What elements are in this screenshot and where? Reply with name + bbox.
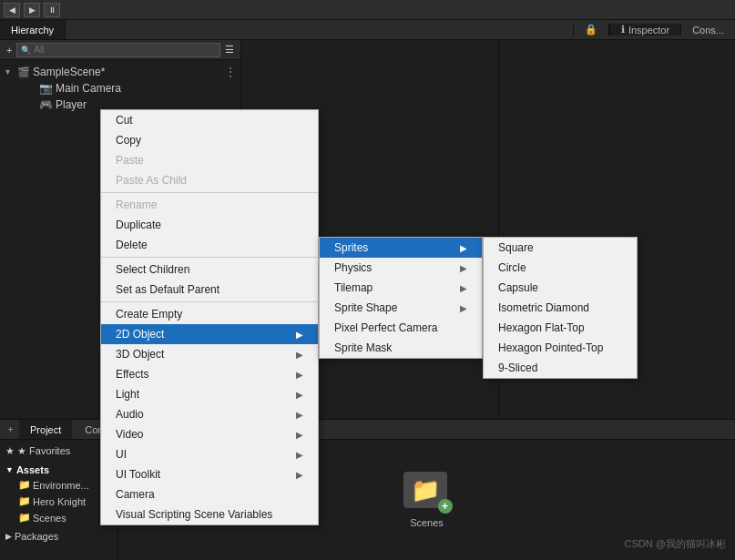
tilemap-arrow: ▶ <box>460 283 467 293</box>
menu-item-create-empty[interactable]: Create Empty <box>101 304 318 324</box>
physics-arrow: ▶ <box>460 263 467 273</box>
menu-item-video[interactable]: Video ▶ <box>101 424 318 444</box>
camera-label: Main Camera <box>56 82 121 95</box>
sidebar-assets-section: ▼ Assets 📁 Environme... 📁 Hero Knight 📁 … <box>2 463 116 525</box>
9sliced-label: 9-Sliced <box>498 361 537 374</box>
hero-knight-icon: 📁 <box>18 495 31 507</box>
tab-console[interactable]: Cons... <box>680 25 735 36</box>
menu-item-ui-toolkit[interactable]: UI Toolkit ▶ <box>101 464 318 484</box>
submenu-item-physics[interactable]: Physics ▶ <box>320 258 482 278</box>
player-label: Player <box>56 98 87 111</box>
back-button[interactable]: ◀ <box>4 3 20 17</box>
menu-item-2d-object[interactable]: 2D Object ▶ <box>101 324 318 344</box>
submenu-item-sprites[interactable]: Sprites ▶ <box>320 238 482 258</box>
menu-item-camera[interactable]: Camera <box>101 484 318 504</box>
submenu-item-tilemap[interactable]: Tilemap ▶ <box>320 278 482 298</box>
paste-label: Paste <box>116 154 144 167</box>
bottom-tab-project[interactable]: Project <box>19 420 72 439</box>
sprites-arrow: ▶ <box>460 243 467 253</box>
pause-button[interactable]: ⏸ <box>44 3 60 17</box>
sidebar-item-packages[interactable]: ▶ Packages <box>2 529 116 544</box>
menu-item-duplicate[interactable]: Duplicate <box>101 215 318 235</box>
video-arrow: ▶ <box>296 430 303 440</box>
menu-item-audio[interactable]: Audio ▶ <box>101 404 318 424</box>
separator-2 <box>101 257 318 258</box>
packages-label: Packages <box>15 531 58 542</box>
submenu-item-sprite-shape[interactable]: Sprite Shape ▶ <box>320 298 482 318</box>
menu-item-delete[interactable]: Delete <box>101 235 318 255</box>
ui-toolkit-label: UI Toolkit <box>116 468 160 481</box>
rename-label: Rename <box>116 199 157 211</box>
2d-object-arrow: ▶ <box>296 330 303 340</box>
info-icon: ℹ <box>621 24 625 36</box>
filter-button[interactable]: ☰ <box>222 44 237 56</box>
pixel-perfect-label: Pixel Perfect Camera <box>334 321 437 334</box>
duplicate-label: Duplicate <box>116 219 161 231</box>
effects-arrow: ▶ <box>296 370 303 380</box>
environments-icon: 📁 <box>18 479 31 491</box>
sprite-shape-arrow: ▶ <box>460 303 467 313</box>
create-empty-label: Create Empty <box>116 308 182 321</box>
delete-label: Delete <box>116 239 148 251</box>
play-button[interactable]: ▶ <box>24 3 40 17</box>
hero-knight-label: Hero Knight <box>33 496 86 507</box>
menu-item-ui[interactable]: UI ▶ <box>101 444 318 464</box>
scenes-icon: 📁 <box>18 512 31 524</box>
submenu3-item-hexagon-pointed[interactable]: Hexagon Pointed-Top <box>484 338 637 358</box>
scene-arrow: ▼ <box>4 67 15 76</box>
sprites-label: Sprites <box>334 241 368 254</box>
scene-kebab-button[interactable]: ⋮ <box>224 65 237 79</box>
submenu3-item-capsule[interactable]: Capsule <box>484 278 637 298</box>
tab-bar: Hierarchy 🔒 ℹ Inspector Cons... <box>0 20 735 40</box>
sprite-shape-label: Sprite Shape <box>334 301 397 314</box>
tab-lock[interactable]: 🔒 <box>573 24 609 36</box>
menu-item-rename: Rename <box>101 195 318 215</box>
bottom-add-btn[interactable]: + <box>4 423 17 436</box>
submenu3-item-square[interactable]: Square <box>484 238 637 258</box>
csdn-watermark: CSDN @我的猫叫冰彬 <box>625 537 726 551</box>
submenu3-item-isometric-diamond[interactable]: Isometric Diamond <box>484 298 637 318</box>
separator-3 <box>101 301 318 302</box>
favorites-label: ★ Favorites <box>17 445 70 457</box>
menu-item-cut[interactable]: Cut <box>101 110 318 130</box>
main-camera-item[interactable]: ▶ 📷 Main Camera <box>0 80 240 97</box>
scenes-folder-label: Scenes <box>410 517 444 528</box>
submenu-item-sprite-mask[interactable]: Sprite Mask <box>320 338 482 358</box>
menu-item-light[interactable]: Light ▶ <box>101 384 318 404</box>
search-bar[interactable]: 🔍 <box>16 43 220 57</box>
inspector-tab-label: Inspector <box>628 25 669 36</box>
menu-item-set-default-parent[interactable]: Set as Default Parent <box>101 280 318 300</box>
submenu-item-pixel-perfect[interactable]: Pixel Perfect Camera <box>320 318 482 338</box>
cut-label: Cut <box>116 114 133 127</box>
tilemap-label: Tilemap <box>334 281 373 294</box>
menu-item-vs-scene-vars[interactable]: Visual Scripting Scene Variables <box>101 504 318 524</box>
submenu3-item-circle[interactable]: Circle <box>484 258 637 278</box>
set-default-parent-label: Set as Default Parent <box>116 283 219 296</box>
menu-item-copy[interactable]: Copy <box>101 130 318 150</box>
menu-item-select-children[interactable]: Select Children <box>101 260 318 280</box>
sidebar-item-assets[interactable]: ▼ Assets <box>2 463 116 477</box>
hexagon-flat-label: Hexagon Flat-Top <box>498 321 585 334</box>
square-label: Square <box>498 241 534 254</box>
add-object-button[interactable]: + <box>4 45 15 56</box>
2d-object-label: 2D Object <box>116 328 164 341</box>
3d-object-arrow: ▶ <box>296 350 303 360</box>
ui-toolkit-arrow: ▶ <box>296 470 303 480</box>
menu-item-3d-object[interactable]: 3D Object ▶ <box>101 344 318 364</box>
sprite-mask-label: Sprite Mask <box>334 341 392 354</box>
tab-hierarchy[interactable]: Hierarchy <box>0 20 66 39</box>
submenu3-item-9sliced[interactable]: 9-Sliced <box>484 358 637 378</box>
vs-scene-vars-label: Visual Scripting Scene Variables <box>116 508 272 521</box>
scene-root-item[interactable]: ▼ 🎬 SampleScene* ⋮ <box>0 64 240 80</box>
top-toolbar: ◀ ▶ ⏸ <box>0 0 735 20</box>
sidebar-item-favorites[interactable]: ★ ★ Favorites <box>2 443 116 459</box>
menu-item-effects[interactable]: Effects ▶ <box>101 364 318 384</box>
scene-name: SampleScene* <box>33 66 105 78</box>
folder-plus-icon: + <box>438 499 453 514</box>
search-input[interactable] <box>34 45 216 55</box>
copy-label: Copy <box>116 134 141 147</box>
capsule-label: Capsule <box>498 281 538 294</box>
lock-icon: 🔒 <box>585 24 597 36</box>
tab-inspector[interactable]: ℹ Inspector <box>609 24 680 36</box>
submenu3-item-hexagon-flat[interactable]: Hexagon Flat-Top <box>484 318 637 338</box>
